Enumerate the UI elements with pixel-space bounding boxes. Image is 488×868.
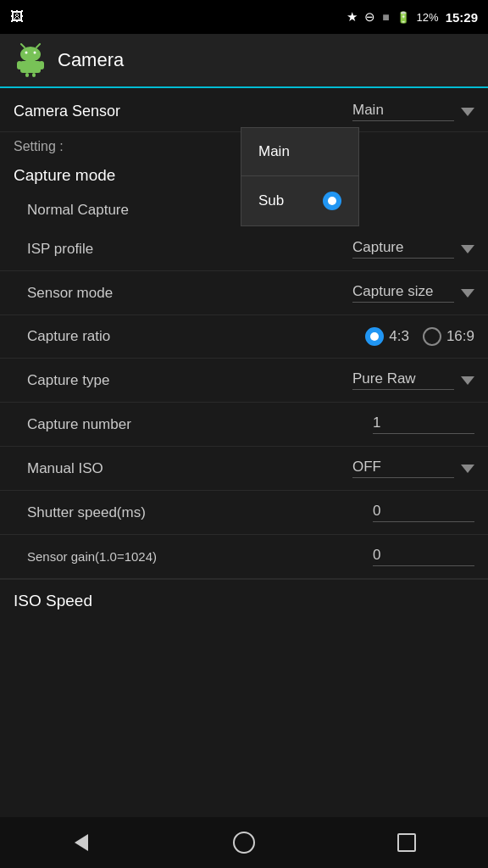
- svg-line-3: [21, 44, 25, 47]
- iso-speed-title: ISO Speed: [14, 592, 92, 609]
- svg-rect-7: [39, 61, 44, 70]
- isp-profile-value-container[interactable]: Capture: [352, 239, 474, 259]
- sensor-gain-row: Sensor gain(1.0=1024): [0, 535, 488, 579]
- bluetooth-icon: ★: [347, 9, 358, 25]
- back-button[interactable]: [56, 826, 107, 860]
- capture-type-label: Capture type: [14, 372, 109, 389]
- sensor-mode-arrow: [461, 289, 474, 298]
- capture-ratio-row: Capture ratio 4:3 16:9: [0, 315, 488, 359]
- battery-level: 12%: [417, 11, 439, 24]
- capture-type-row[interactable]: Capture type Pure Raw: [0, 359, 488, 403]
- recent-icon: [397, 833, 416, 852]
- capture-number-value-container[interactable]: [373, 415, 474, 434]
- camera-sensor-dropdown[interactable]: Main Sub: [241, 127, 359, 226]
- sensor-mode-value-container[interactable]: Capture size: [352, 283, 474, 303]
- normal-capture-label: Normal Capture: [27, 202, 129, 219]
- status-time: 15:29: [446, 10, 478, 25]
- home-button[interactable]: [219, 826, 269, 860]
- camera-sensor-arrow: [461, 108, 474, 116]
- ratio-43-option[interactable]: 4:3: [365, 327, 409, 346]
- capture-ratio-label: Capture ratio: [14, 328, 110, 345]
- ratio-169-option[interactable]: 16:9: [423, 327, 474, 346]
- sensor-mode-row[interactable]: Sensor mode Capture size: [0, 271, 488, 315]
- svg-point-0: [20, 47, 41, 62]
- isp-profile-value: Capture: [352, 239, 454, 259]
- capture-number-label: Capture number: [14, 416, 131, 433]
- iso-speed-section: ISO Speed: [0, 579, 488, 622]
- shutter-speed-value-container[interactable]: [373, 503, 474, 522]
- camera-sensor-label: Camera Sensor: [14, 103, 120, 120]
- sub-selected-indicator: [323, 192, 341, 210]
- svg-point-2: [34, 52, 36, 54]
- isp-profile-arrow: [461, 245, 474, 253]
- isp-profile-label: ISP profile: [14, 241, 93, 258]
- dropdown-item-sub[interactable]: Sub: [241, 176, 358, 225]
- svg-rect-5: [20, 61, 41, 73]
- capture-ratio-group: 4:3 16:9: [365, 327, 474, 346]
- ratio-43-label: 4:3: [389, 328, 409, 345]
- isp-profile-row[interactable]: ISP profile Capture: [0, 227, 488, 271]
- navigation-bar: [0, 817, 488, 868]
- svg-rect-8: [25, 73, 29, 77]
- capture-mode-label: Capture mode: [14, 166, 115, 185]
- svg-rect-6: [17, 61, 22, 70]
- shutter-speed-label: Shutter speed(ms): [14, 504, 146, 521]
- shutter-speed-input[interactable]: [373, 503, 474, 522]
- manual-iso-value-container[interactable]: OFF: [352, 459, 474, 478]
- recent-button[interactable]: [381, 826, 432, 860]
- ratio-169-radio[interactable]: [423, 327, 441, 346]
- capture-number-input[interactable]: [373, 415, 474, 434]
- status-bar: 🖼 ★ ⊖ ■ 🔋 12% 15:29: [0, 0, 488, 34]
- minus-circle-icon: ⊖: [364, 9, 375, 25]
- camera-sensor-value-container[interactable]: Main: [352, 102, 474, 121]
- android-icon: [14, 43, 47, 77]
- camera-sensor-value: Main: [352, 102, 454, 121]
- manual-iso-arrow: [461, 465, 474, 473]
- manual-iso-value: OFF: [352, 459, 454, 478]
- sim-icon: ■: [382, 10, 389, 24]
- ratio-43-radio[interactable]: [365, 327, 384, 346]
- sensor-mode-value: Capture size: [352, 283, 454, 303]
- gallery-icon: 🖼: [10, 9, 24, 24]
- capture-number-row: Capture number: [0, 403, 488, 447]
- sensor-mode-label: Sensor mode: [14, 285, 113, 302]
- sensor-gain-input[interactable]: [373, 547, 474, 566]
- svg-rect-9: [32, 73, 36, 77]
- manual-iso-label: Manual ISO: [14, 460, 103, 477]
- app-header: Camera: [0, 34, 488, 88]
- capture-type-arrow: [461, 376, 474, 385]
- battery-icon: 🔋: [396, 11, 410, 24]
- capture-type-value-container[interactable]: Pure Raw: [352, 370, 474, 390]
- sensor-gain-label: Sensor gain(1.0=1024): [14, 549, 157, 564]
- shutter-speed-row: Shutter speed(ms): [0, 491, 488, 535]
- sensor-gain-value-container[interactable]: [373, 547, 474, 566]
- dropdown-item-main[interactable]: Main: [241, 128, 358, 176]
- capture-type-value: Pure Raw: [352, 370, 454, 390]
- manual-iso-row[interactable]: Manual ISO OFF: [0, 447, 488, 491]
- ratio-169-label: 16:9: [446, 328, 474, 345]
- camera-sensor-row[interactable]: Camera Sensor Main: [0, 88, 488, 132]
- home-icon: [233, 832, 255, 854]
- svg-line-4: [36, 44, 40, 47]
- back-icon: [75, 834, 88, 851]
- svg-point-1: [25, 52, 28, 54]
- app-title: Camera: [58, 49, 124, 71]
